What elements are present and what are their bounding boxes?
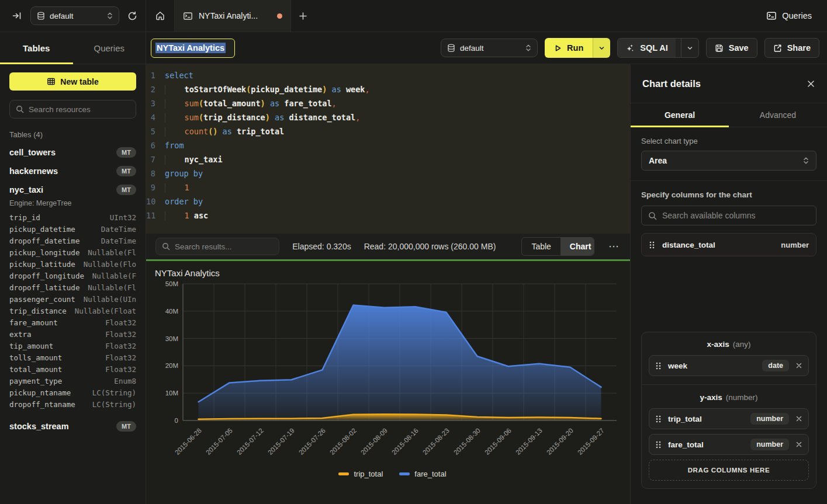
code-line: 7 nyc_taxi	[146, 152, 630, 166]
sql-ai-button[interactable]: SQL AI	[617, 38, 699, 58]
available-column-distance_total[interactable]: distance_totalnumber	[641, 233, 816, 256]
svg-text:2015-09-13: 2015-09-13	[514, 427, 544, 456]
column-row: dropoff_datetimeDateTime	[9, 235, 136, 247]
query-title-value: NYTaxi Analytics	[155, 43, 226, 53]
line-number: 5	[146, 124, 165, 138]
svg-text:2015-09-06: 2015-09-06	[483, 427, 513, 456]
share-button[interactable]: Share	[764, 38, 819, 58]
search-resources-input[interactable]: Search resources	[9, 100, 136, 119]
refresh-icon[interactable]	[127, 11, 137, 21]
search-icon	[162, 242, 170, 251]
table-item-hackernews[interactable]: hackernewsMT	[9, 166, 136, 176]
code-line: 9 1	[146, 180, 630, 194]
remove-column-icon[interactable]	[795, 415, 802, 422]
legend-item-trip_total[interactable]: trip_total	[338, 470, 383, 478]
sql-ai-caret[interactable]	[681, 39, 698, 57]
chart-panel: NYTaxi Analytics 010M20M30M40M50M2015-06…	[146, 261, 630, 504]
terminal-icon	[766, 11, 777, 21]
column-list: trip_idUInt32pickup_datetimeDateTimedrop…	[9, 212, 136, 411]
view-toggle-table[interactable]: Table	[522, 238, 560, 255]
table-name: hackernews	[9, 166, 58, 176]
tables-list: cell_towersMThackernewsMTnyc_taxiMTEngin…	[9, 147, 136, 432]
grip-icon	[655, 415, 662, 423]
column-row: payment_typeEnum8	[9, 376, 136, 387]
table-grid-icon	[47, 77, 56, 86]
sidebar-tab-tables[interactable]: Tables	[0, 32, 73, 64]
chart-type-select[interactable]: Area	[641, 151, 816, 171]
column-row: extraFloat32	[9, 329, 136, 340]
svg-text:2015-07-19: 2015-07-19	[267, 427, 296, 456]
plus-icon	[299, 12, 307, 20]
axis-column-trip_total[interactable]: trip_totalnumber	[649, 408, 809, 429]
new-table-button[interactable]: New table	[9, 72, 136, 91]
new-tab-button[interactable]	[291, 0, 314, 32]
column-type-badge: number	[750, 413, 789, 425]
collapse-sidebar-icon[interactable]	[12, 11, 22, 21]
drop-zone[interactable]: DRAG COLUMNS HERE	[649, 460, 809, 481]
legend-item-fare_total[interactable]: fare_total	[399, 470, 446, 478]
column-row: total_amountFloat32	[9, 364, 136, 376]
code-line: 10order by	[146, 194, 630, 208]
table-engine-badge: MT	[116, 147, 136, 158]
sidebar-tab-queries[interactable]: Queries	[73, 32, 146, 64]
search-results-input[interactable]: Search results...	[155, 238, 279, 255]
panel-tab-general[interactable]: General	[631, 103, 729, 127]
updown-chevron-icon	[525, 44, 531, 52]
more-options-button[interactable]: ⋯	[607, 240, 621, 253]
column-row: pickup_latitudeNullable(Flo	[9, 259, 136, 270]
panel-tab-advanced[interactable]: Advanced	[729, 103, 827, 127]
view-toggle-chart[interactable]: Chart	[560, 238, 594, 255]
chart-title: NYTaxi Analytics	[155, 268, 630, 278]
column-row: trip_idUInt32	[9, 212, 136, 224]
sidebar-header: default	[0, 0, 146, 32]
svg-text:0: 0	[175, 417, 178, 424]
column-row: tip_amountFloat32	[9, 340, 136, 352]
table-name: cell_towers	[9, 148, 56, 157]
search-columns-input[interactable]: Search available columns	[641, 206, 816, 225]
line-number: 4	[146, 110, 165, 124]
database-icon	[447, 44, 455, 53]
tab-query-nytaxi[interactable]: NYTaxi Analyti...	[174, 0, 291, 32]
run-button[interactable]: Run	[545, 38, 610, 58]
run-database-selector[interactable]: default	[441, 39, 538, 57]
code-line: 2 toStartOfWeek(pickup_datetime) as week…	[146, 82, 630, 96]
chevron-down-icon	[598, 45, 605, 51]
svg-text:50M: 50M	[165, 280, 178, 287]
sql-editor[interactable]: 1select2 toStartOfWeek(pickup_datetime) …	[146, 64, 630, 234]
tab-home[interactable]	[146, 0, 174, 32]
save-button[interactable]: Save	[706, 38, 757, 58]
available-columns-list: distance_totalnumber	[641, 233, 816, 256]
table-item-cell_towers[interactable]: cell_towersMT	[9, 147, 136, 158]
queries-button[interactable]: Queries	[766, 11, 812, 21]
svg-text:2015-06-28: 2015-06-28	[174, 427, 203, 456]
play-icon	[554, 44, 562, 52]
columns-label: Specify columns for the chart	[641, 190, 816, 199]
sidebar: Tables Queries New table Search resource…	[0, 32, 146, 504]
remove-column-icon[interactable]	[795, 362, 802, 369]
grip-icon	[655, 362, 662, 370]
chevron-down-icon	[687, 45, 693, 51]
run-options-caret[interactable]	[593, 38, 610, 58]
updown-chevron-icon	[107, 12, 113, 20]
area-chart[interactable]: 010M20M30M40M50M2015-06-282015-07-052015…	[155, 280, 622, 468]
query-title-input[interactable]: NYTaxi Analytics	[151, 39, 235, 58]
table-item-nyc_taxi[interactable]: nyc_taxiMT	[9, 185, 136, 195]
legend-swatch	[399, 472, 410, 475]
remove-column-icon[interactable]	[795, 441, 802, 448]
axis-column-fare_total[interactable]: fare_totalnumber	[649, 434, 809, 455]
svg-text:2015-07-12: 2015-07-12	[236, 427, 265, 456]
svg-text:2015-08-02: 2015-08-02	[328, 427, 358, 456]
new-table-label: New table	[60, 77, 98, 86]
queries-button-label: Queries	[782, 11, 812, 20]
axis-column-week[interactable]: weekdate	[649, 355, 809, 376]
y-axis-items: trip_totalnumberfare_totalnumber	[649, 408, 809, 455]
elapsed-stat: Elapsed: 0.320s	[292, 242, 351, 251]
column-row: fare_amountFloat32	[9, 317, 136, 329]
table-item-stocks_stream[interactable]: stocks_streamMT	[9, 421, 136, 432]
close-icon[interactable]	[807, 79, 815, 88]
svg-text:2015-09-20: 2015-09-20	[545, 427, 575, 456]
grip-icon	[655, 440, 662, 449]
code-line: 3 sum(total_amount) as fare_total,	[146, 96, 630, 110]
database-selector[interactable]: default	[30, 6, 119, 25]
table-engine-badge: MT	[116, 166, 136, 176]
